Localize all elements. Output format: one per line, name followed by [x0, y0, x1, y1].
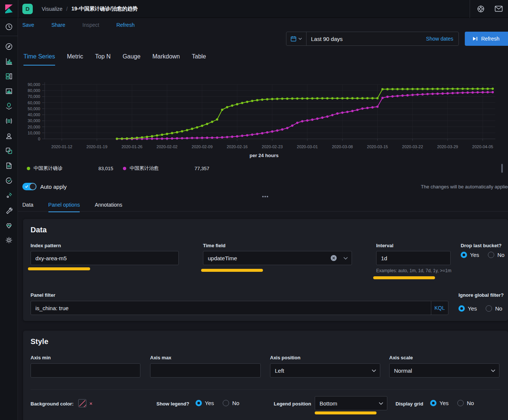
tab-metric[interactable]: Metric: [67, 53, 83, 66]
tab-time-series[interactable]: Time Series: [23, 53, 55, 66]
nav-apm[interactable]: [0, 143, 18, 158]
axis-scale-label: Axis scale: [389, 355, 413, 360]
svg-text:2020-03-15: 2020-03-15: [367, 144, 388, 149]
style-divider: [31, 389, 501, 390]
highlight-bar: [315, 411, 377, 414]
scrollbar-thumb[interactable]: [501, 164, 503, 173]
nav-machine-learning[interactable]: [0, 114, 18, 128]
refresh-link[interactable]: Refresh: [116, 22, 134, 28]
panel-resize-handle[interactable]: [264, 196, 266, 197]
show-legend-yes-radio[interactable]: [196, 400, 202, 406]
legend-position-select[interactable]: Bottom: [315, 396, 387, 410]
gear-icon: [5, 236, 13, 244]
tab-markdown[interactable]: Markdown: [152, 53, 180, 66]
display-grid-yes-radio[interactable]: [430, 400, 436, 406]
time-field-label: Time field: [203, 243, 225, 248]
ignore-global-filter-yes-radio[interactable]: [458, 305, 465, 312]
auto-apply-toggle[interactable]: [22, 183, 36, 190]
nav-dev-tools[interactable]: [0, 203, 18, 218]
nav-metrics[interactable]: [0, 188, 18, 203]
nav-management[interactable]: [0, 233, 18, 248]
svg-text:0: 0: [38, 137, 40, 141]
svg-text:30,000: 30,000: [28, 118, 40, 123]
legend-item-confirmed[interactable]: 中国累计确诊 83,015: [27, 165, 113, 172]
drop-last-bucket-yes-radio[interactable]: [461, 252, 467, 258]
nav-discover[interactable]: [0, 39, 18, 54]
highlight-bar: [373, 276, 435, 279]
check-icon: [25, 185, 28, 188]
highlight-bar: [201, 269, 263, 272]
page-title: 19-中国累计确诊/治愈的趋势: [72, 6, 138, 12]
chart-legend: 中国累计确诊 83,015 中国累计治愈 77,357: [27, 165, 219, 172]
nav-logs[interactable]: [0, 158, 18, 173]
chevron-down-icon[interactable]: [343, 257, 348, 260]
calendar-menu-button[interactable]: [286, 32, 307, 45]
axis-min-label: Axis min: [31, 355, 51, 360]
axis-max-input[interactable]: [150, 363, 261, 378]
time-field-combobox[interactable]: updateTime: [203, 251, 352, 265]
drop-last-bucket-no-radio[interactable]: [488, 252, 494, 258]
heart-pulse-icon: [5, 221, 13, 229]
svg-text:2020-01-19: 2020-01-19: [86, 144, 107, 149]
map-pin-icon: [5, 102, 13, 110]
svg-text:80,000: 80,000: [28, 88, 40, 93]
wrench-icon: [5, 206, 13, 214]
clear-color-icon[interactable]: ×: [89, 401, 92, 407]
index-pattern-input[interactable]: [31, 251, 179, 265]
breadcrumb-separator: /: [66, 6, 68, 12]
tab-table[interactable]: Table: [192, 53, 206, 66]
share-button[interactable]: Share: [51, 22, 65, 28]
nav-recently-viewed[interactable]: [0, 18, 18, 36]
mail-icon[interactable]: [495, 6, 503, 12]
help-lifebuoy-icon[interactable]: [477, 5, 485, 13]
axis-min-input[interactable]: [31, 363, 140, 378]
timeseries-chart[interactable]: 2020-01-122020-01-192020-01-262020-02-02…: [24, 76, 504, 151]
ignore-global-filter-no-radio[interactable]: [486, 305, 492, 312]
show-dates-button[interactable]: Show dates: [426, 36, 454, 42]
header-actions: [470, 0, 508, 18]
svg-text:90,000: 90,000: [28, 82, 40, 87]
tab-data[interactable]: Data: [22, 202, 34, 212]
tab-top-n[interactable]: Top N: [95, 53, 111, 66]
space-badge[interactable]: D: [22, 4, 33, 14]
legend-item-cured[interactable]: 中国累计治愈 77,357: [123, 165, 209, 172]
nav-canvas[interactable]: [0, 84, 18, 99]
nav-graph[interactable]: [0, 128, 18, 143]
display-grid-no-radio[interactable]: [457, 400, 464, 406]
show-legend-no-label: No: [232, 400, 239, 406]
nav-uptime[interactable]: [0, 173, 18, 188]
interval-label: Interval: [376, 243, 393, 248]
profile-icon: [5, 132, 13, 140]
canvas-icon: [5, 87, 13, 95]
metrics-icon: [5, 191, 13, 200]
panel-filter-input[interactable]: is_china: true KQL: [31, 301, 448, 315]
axis-scale-select[interactable]: Normal: [389, 363, 499, 378]
tab-annotations[interactable]: Annotations: [95, 202, 122, 212]
display-grid-radios: Yes No: [430, 400, 474, 406]
nav-visualize[interactable]: [0, 54, 18, 69]
interval-input[interactable]: [376, 251, 451, 265]
save-button[interactable]: Save: [22, 22, 34, 28]
tab-panel-options[interactable]: Panel options: [48, 202, 80, 212]
clear-icon[interactable]: [331, 255, 337, 261]
show-legend-no-radio[interactable]: [223, 400, 229, 406]
legend-value-cured: 77,357: [194, 166, 209, 171]
background-color-swatch[interactable]: [78, 399, 86, 407]
tab-gauge[interactable]: Gauge: [123, 53, 140, 66]
legend-name-cured: 中国累计治愈: [130, 165, 159, 172]
legend-dot-confirmed: [27, 167, 30, 170]
kibana-logo[interactable]: [0, 0, 18, 18]
breadcrumb-visualize[interactable]: Visualize: [42, 6, 63, 12]
nav-stack-monitoring[interactable]: [0, 218, 18, 233]
refresh-icon: [473, 36, 478, 41]
refresh-query-button[interactable]: Refresh: [465, 32, 508, 46]
axis-position-select[interactable]: Left: [270, 363, 380, 378]
nav-dashboard[interactable]: [0, 69, 18, 84]
kibana-tsvb-editor: D Visualize / 19-中国累计确诊/治愈的趋势: [0, 0, 508, 420]
nav-maps[interactable]: [0, 99, 18, 114]
time-range-value[interactable]: Last 90 days Show dates: [307, 32, 458, 45]
inspect-button[interactable]: Inspect: [82, 22, 99, 28]
time-range-picker: Last 90 days Show dates: [286, 32, 459, 46]
highlight-bar: [28, 267, 90, 270]
kql-button[interactable]: KQL: [431, 301, 448, 315]
